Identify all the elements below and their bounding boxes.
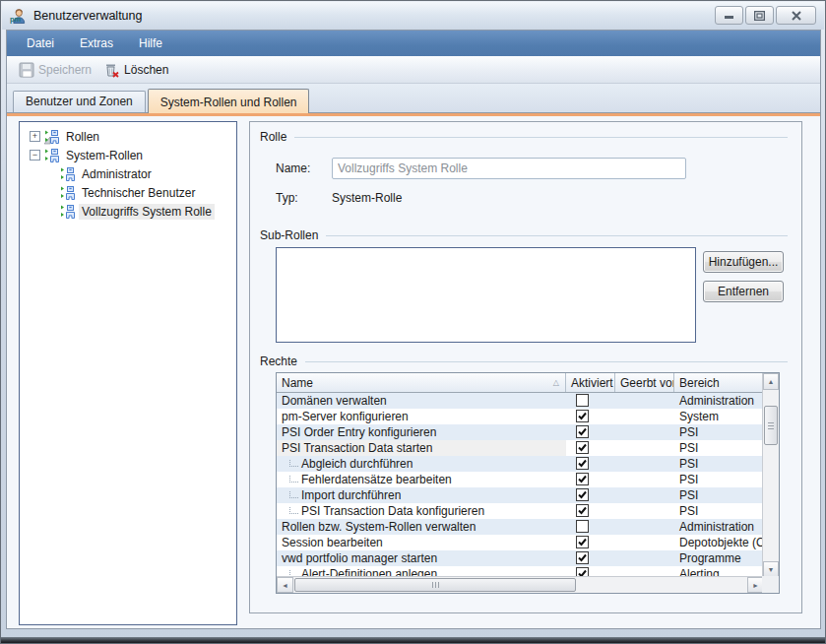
vscroll-up-button[interactable]: ▲ (763, 373, 779, 390)
right-inherited-cell[interactable] (615, 487, 674, 503)
checkbox-checked[interactable] (576, 441, 589, 454)
right-inherited-cell[interactable] (615, 503, 674, 519)
rights-row-rollen-bzw-system-rollen-verwalten[interactable]: Rollen bzw. System-Rollen verwaltenAdmin… (277, 519, 764, 535)
right-inherited-cell[interactable] (615, 393, 674, 409)
checkbox-unchecked[interactable] (576, 520, 589, 533)
rights-row-domänen-verwalten[interactable]: Domänen verwaltenAdministration (277, 393, 764, 409)
right-inherited-cell[interactable] (615, 472, 674, 487)
menu-item-extras[interactable]: Extras (68, 33, 125, 53)
checkbox-checked[interactable] (576, 473, 589, 485)
right-activated-cell[interactable] (566, 487, 615, 503)
checkmark-icon (577, 505, 588, 516)
right-activated-cell[interactable] (566, 519, 615, 535)
right-activated-cell[interactable] (566, 503, 615, 519)
subroles-listbox[interactable] (276, 247, 696, 343)
expand-icon[interactable]: + (30, 131, 40, 142)
right-domain-cell[interactable]: Administration (674, 393, 764, 409)
rights-row-psi-transaction-data-starten[interactable]: PSI Transaction Data startenPSI (277, 440, 764, 456)
right-domain-cell[interactable]: Programme (674, 550, 764, 566)
hscroll-thumb[interactable] (294, 578, 576, 592)
checkbox-checked[interactable] (576, 536, 589, 548)
right-inherited-cell[interactable] (615, 424, 674, 440)
right-domain-cell[interactable]: PSI (674, 440, 764, 456)
right-domain-cell[interactable]: PSI (674, 472, 764, 487)
maximize-button[interactable] (745, 6, 774, 25)
checkbox-checked[interactable] (576, 410, 589, 422)
rights-table-hscrollbar[interactable]: ◄ ► (277, 576, 764, 593)
right-name-cell[interactable]: PSI Transaction Data starten (277, 440, 566, 456)
tree-item-technischer-benutzer[interactable]: Technischer Benutzer (20, 183, 236, 202)
right-activated-cell[interactable] (566, 409, 615, 424)
rights-row-fehlerdatensätze-bearbeiten[interactable]: Fehlerdatensätze bearbeitenPSI (277, 472, 764, 487)
add-subrole-button[interactable]: Hinzufügen... (703, 251, 784, 273)
checkbox-checked[interactable] (576, 457, 589, 470)
rights-row-psi-transaction-data-konfigurieren[interactable]: PSI Transaction Data konfigurierenPSI (277, 503, 764, 519)
minimize-button[interactable] (715, 6, 743, 25)
column-header-bereich[interactable]: Bereich (674, 373, 764, 392)
rights-row-abgleich-durchführen[interactable]: Abgleich durchführenPSI (277, 456, 764, 472)
right-name-cell[interactable]: PSI Transaction Data konfigurieren (277, 503, 566, 519)
hscroll-left-button[interactable]: ◄ (277, 577, 293, 593)
right-activated-cell[interactable] (566, 472, 615, 487)
right-inherited-cell[interactable] (615, 456, 674, 472)
right-activated-cell[interactable] (566, 424, 615, 440)
right-activated-cell[interactable] (566, 393, 615, 409)
right-name-cell[interactable]: Fehlerdatensätze bearbeiten (277, 472, 566, 487)
vscroll-thumb[interactable] (764, 406, 778, 445)
right-inherited-cell[interactable] (615, 440, 674, 456)
right-name-cell[interactable]: Domänen verwalten (277, 393, 566, 409)
role-name-input[interactable] (332, 158, 686, 179)
tree-item-vollzugriffs-system-rolle[interactable]: Vollzugriffs System Rolle (20, 202, 236, 221)
rights-row-pm-server-konfigurieren[interactable]: pm-Server konfigurierenSystem (277, 409, 764, 424)
right-domain-cell[interactable]: PSI (674, 424, 764, 440)
right-activated-cell[interactable] (566, 440, 615, 456)
checkbox-checked[interactable] (576, 488, 589, 501)
right-activated-cell[interactable] (566, 550, 615, 566)
remove-subrole-button[interactable]: Entfernen (703, 281, 784, 302)
checkbox-checked[interactable] (576, 551, 589, 564)
right-name-cell[interactable]: Rollen bzw. System-Rollen verwalten (277, 519, 566, 535)
right-name-cell[interactable]: Import durchführen (277, 487, 566, 503)
column-header-name[interactable]: Name△ (277, 373, 566, 392)
right-domain-cell[interactable]: System (674, 409, 764, 424)
right-name-cell[interactable]: vwd portfolio manager starten (277, 550, 566, 566)
right-name-cell[interactable]: Session bearbeiten (277, 535, 566, 550)
menu-item-hilfe[interactable]: Hilfe (127, 33, 174, 53)
right-domain-cell[interactable]: PSI (674, 456, 764, 472)
right-domain-cell[interactable]: PSI (674, 487, 764, 503)
tree-item-rollen[interactable]: +Rollen (20, 127, 236, 146)
checkbox-unchecked[interactable] (576, 394, 589, 407)
right-inherited-cell[interactable] (615, 550, 674, 566)
delete-button[interactable]: Löschen (97, 60, 174, 80)
close-button[interactable] (776, 6, 816, 25)
right-activated-cell[interactable] (566, 535, 615, 550)
rights-row-psi-order-entry-konfigurieren[interactable]: PSI Order Entry konfigurierenPSI (277, 424, 764, 440)
right-name-cell[interactable]: pm-Server konfigurieren (277, 409, 566, 424)
checkbox-checked[interactable] (576, 425, 589, 438)
column-header-aktiviert[interactable]: Aktiviert (566, 373, 615, 392)
checkbox-checked[interactable] (576, 504, 589, 517)
right-inherited-cell[interactable] (615, 409, 674, 424)
right-inherited-cell[interactable] (615, 519, 674, 535)
right-name-cell[interactable]: Abgleich durchführen (277, 456, 566, 472)
tab-benutzer-und-zonen[interactable]: Benutzer und Zonen (13, 91, 146, 112)
collapse-icon[interactable]: − (30, 150, 40, 161)
right-domain-cell[interactable]: PSI (674, 503, 764, 519)
right-domain-cell[interactable]: Depotobjekte (Or (674, 535, 764, 550)
tab-system-rollen-und-rollen[interactable]: System-Rollen und Rollen (148, 89, 310, 113)
right-inherited-cell[interactable] (615, 535, 674, 550)
rights-row-session-bearbeiten[interactable]: Session bearbeitenDepotobjekte (Or (277, 535, 764, 550)
rights-table-vscrollbar[interactable]: ▲ ▼ (762, 373, 779, 578)
tree-item-label: Technischer Benutzer (79, 185, 198, 201)
role-tree-panel[interactable]: +Rollen−System-RollenAdministratorTechni… (19, 121, 237, 625)
column-header-geerbt-von[interactable]: Geerbt von (615, 373, 674, 392)
menu-item-datei[interactable]: Datei (15, 33, 66, 53)
tree-item-administrator[interactable]: Administrator (20, 164, 236, 183)
right-domain-cell[interactable]: Administration (674, 519, 764, 535)
right-name-cell[interactable]: PSI Order Entry konfigurieren (277, 424, 566, 440)
rights-row-import-durchführen[interactable]: Import durchführenPSI (277, 487, 764, 503)
right-activated-cell[interactable] (566, 456, 615, 472)
save-button: Speichern (13, 60, 97, 80)
tree-item-system-rollen[interactable]: −System-Rollen (20, 146, 236, 164)
rights-row-vwd-portfolio-manager-starten[interactable]: vwd portfolio manager startenProgramme (277, 550, 764, 566)
